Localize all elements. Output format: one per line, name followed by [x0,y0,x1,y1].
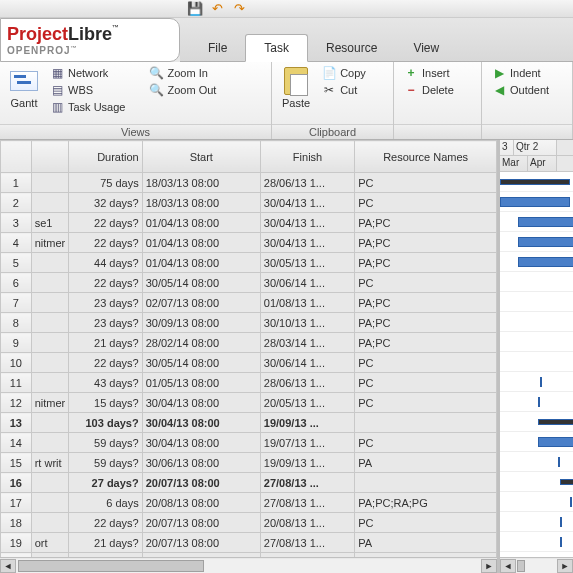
scroll-left-icon[interactable]: ◄ [0,559,16,573]
table-row[interactable]: 921 days?28/02/14 08:0028/03/14 1...PA;P… [1,333,497,353]
cell-info[interactable]: nitmer [31,233,69,253]
gantt-bar[interactable] [540,377,542,387]
row-index[interactable]: 8 [1,313,32,333]
insert-button[interactable]: +Insert [400,65,458,81]
cell-start[interactable]: 20/08/13 08:00 [142,493,260,513]
gantt-row[interactable] [500,512,573,532]
cell-duration[interactable]: 22 days? [69,273,142,293]
table-row[interactable]: 175 days18/03/13 08:0028/06/13 1...PC [1,173,497,193]
cell-info[interactable] [31,473,69,493]
tab-resource[interactable]: Resource [308,35,395,61]
cell-start[interactable]: 01/05/13 08:00 [142,373,260,393]
cell-start[interactable]: 30/06/13 08:00 [142,453,260,473]
table-row[interactable]: 19ort21 days?20/07/13 08:0027/08/13 1...… [1,533,497,553]
cell-duration[interactable]: 59 days? [69,433,142,453]
table-row[interactable]: 1143 days?01/05/13 08:0028/06/13 1...PC [1,373,497,393]
col-header-start[interactable]: Start [142,141,260,173]
table-row[interactable]: 232 days?18/03/13 08:0030/04/13 1...PC [1,193,497,213]
cell-duration[interactable]: 23 days? [69,313,142,333]
cell-resource[interactable]: PC [355,173,497,193]
cell-info[interactable] [31,513,69,533]
cell-duration[interactable]: 22 days? [69,213,142,233]
cell-start[interactable]: 30/04/13 08:00 [142,413,260,433]
gantt-bar[interactable] [518,257,573,267]
network-button[interactable]: ▦Network [46,65,129,81]
cell-info[interactable] [31,193,69,213]
cell-info[interactable] [31,173,69,193]
table-row[interactable]: 622 days?30/05/14 08:0030/06/14 1...PC [1,273,497,293]
gantt-row[interactable] [500,212,573,232]
cell-finish[interactable]: 27/08/13 1... [260,493,354,513]
cell-info[interactable] [31,373,69,393]
cell-finish[interactable]: 30/04/13 1... [260,213,354,233]
gantt-bar[interactable] [570,497,572,507]
cell-info[interactable] [31,253,69,273]
cell-info[interactable]: se1 [31,213,69,233]
gantt-bar[interactable] [560,479,573,485]
cell-start[interactable]: 28/02/14 08:00 [142,333,260,353]
cell-resource[interactable]: PA;PC [355,313,497,333]
cell-resource[interactable]: PA;PC [355,213,497,233]
cell-resource[interactable]: PC [355,433,497,453]
row-index[interactable]: 7 [1,293,32,313]
cell-resource[interactable]: PC [355,393,497,413]
cell-info[interactable]: nitmer [31,393,69,413]
cell-finish[interactable]: 30/04/13 1... [260,233,354,253]
gantt-row[interactable] [500,232,573,252]
scroll-left-icon[interactable]: ◄ [500,559,516,573]
tab-view[interactable]: View [395,35,457,61]
cell-duration[interactable]: 22 days? [69,353,142,373]
gantt-row[interactable] [500,412,573,432]
cell-duration[interactable]: 75 days [69,173,142,193]
table-row[interactable]: 15rt writ59 days?30/06/13 08:0019/09/13 … [1,453,497,473]
gantt-bar[interactable] [518,237,573,247]
cell-finish[interactable]: 28/06/13 1... [260,373,354,393]
cell-resource[interactable]: PC [355,513,497,533]
row-index[interactable]: 2 [1,193,32,213]
gantt-bar[interactable] [518,217,573,227]
save-icon[interactable]: 💾 [188,2,202,16]
gantt-row[interactable] [500,192,573,212]
cell-info[interactable] [31,293,69,313]
cell-resource[interactable]: PA [355,533,497,553]
cell-start[interactable]: 30/04/13 08:00 [142,433,260,453]
cell-duration[interactable]: 22 days? [69,513,142,533]
indent-button[interactable]: ▶Indent [488,65,553,81]
cell-start[interactable]: 01/04/13 08:00 [142,213,260,233]
col-header-duration[interactable]: Duration [69,141,142,173]
row-index[interactable]: 13 [1,413,32,433]
gantt-row[interactable] [500,292,573,312]
cell-finish[interactable]: 30/04/13 1... [260,193,354,213]
gantt-bars[interactable] [500,172,573,557]
cell-resource[interactable]: PA;PC;RA;PG [355,493,497,513]
paste-button[interactable]: Paste [278,65,314,111]
gantt-row[interactable] [500,352,573,372]
table-row[interactable]: 1022 days?30/05/14 08:0030/06/14 1...PC [1,353,497,373]
copy-button[interactable]: 📄Copy [318,65,370,81]
cell-info[interactable] [31,433,69,453]
gantt-bar[interactable] [560,517,562,527]
table-row[interactable]: 823 days?30/09/13 08:0030/10/13 1...PA;P… [1,313,497,333]
gantt-bar[interactable] [538,419,573,425]
cell-start[interactable]: 01/04/13 08:00 [142,233,260,253]
cell-finish[interactable]: 27/08/13 ... [260,473,354,493]
cell-finish[interactable]: 19/07/13 1... [260,433,354,453]
cell-start[interactable]: 20/07/13 08:00 [142,513,260,533]
undo-icon[interactable]: ↶ [210,2,224,16]
chart-horizontal-scrollbar[interactable]: ◄ ► [500,557,573,573]
table-row[interactable]: 544 days?01/04/13 08:0030/05/13 1...PA;P… [1,253,497,273]
row-index[interactable]: 4 [1,233,32,253]
scroll-right-icon[interactable]: ► [481,559,497,573]
cell-info[interactable] [31,273,69,293]
cell-start[interactable]: 02/07/13 08:00 [142,293,260,313]
zoom-out-button[interactable]: 🔍Zoom Out [145,82,220,98]
cell-duration[interactable]: 27 days? [69,473,142,493]
row-index[interactable]: 14 [1,433,32,453]
cell-finish[interactable]: 30/06/14 1... [260,273,354,293]
cell-start[interactable]: 18/03/13 08:00 [142,173,260,193]
cell-resource[interactable] [355,413,497,433]
table-row[interactable]: 1822 days?20/07/13 08:0020/08/13 1...PC [1,513,497,533]
gantt-row[interactable] [500,492,573,512]
row-index[interactable]: 1 [1,173,32,193]
table-row[interactable]: 12nitmer15 days?30/04/13 08:0020/05/13 1… [1,393,497,413]
